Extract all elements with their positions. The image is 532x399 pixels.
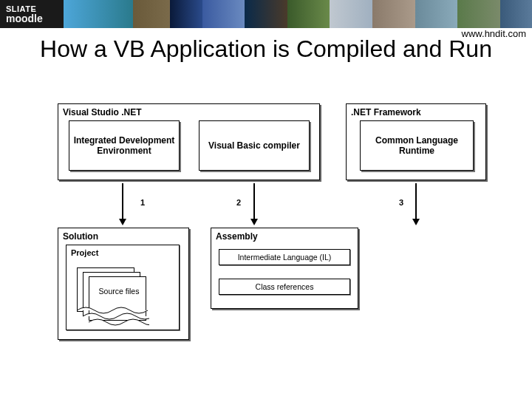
ide-text: Integrated Development Environment bbox=[72, 135, 176, 157]
dotnet-framework-box: .NET Framework Common Language Runtime bbox=[346, 103, 486, 180]
arrow-1-head bbox=[119, 219, 126, 225]
fw-label: .NET Framework bbox=[347, 104, 485, 122]
assembly-il-text: Intermediate Language (IL) bbox=[238, 253, 332, 262]
diagram-stage: Visual Studio .NET Integrated Developmen… bbox=[0, 103, 532, 399]
assembly-label: Assembly bbox=[211, 228, 358, 246]
site-url: www.hndit.com bbox=[462, 28, 526, 39]
solution-box: Solution Project Source files bbox=[58, 228, 189, 340]
compiler-box: Visual Basic compiler bbox=[199, 120, 310, 171]
arrow-3-head bbox=[412, 219, 420, 225]
clr-box: Common Language Runtime bbox=[360, 120, 474, 171]
vs-label: Visual Studio .NET bbox=[58, 104, 319, 122]
project-box: Project Source files bbox=[66, 245, 180, 330]
slide-title: How a VB Application is Compiled and Run bbox=[30, 35, 502, 63]
arrow-2-line bbox=[253, 183, 255, 219]
arrow-1-line bbox=[122, 183, 123, 219]
assembly-refs-text: Class references bbox=[256, 282, 314, 291]
assembly-refs-row: Class references bbox=[219, 279, 350, 295]
step-1-label: 1 bbox=[140, 198, 145, 207]
logo-line2: moodle bbox=[6, 13, 43, 24]
project-label: Project bbox=[66, 245, 179, 262]
header-banner: SLIATE moodle bbox=[0, 0, 532, 28]
visual-studio-box: Visual Studio .NET Integrated Developmen… bbox=[58, 103, 320, 180]
assembly-il-row: Intermediate Language (IL) bbox=[219, 249, 350, 265]
step-3-label: 3 bbox=[399, 198, 403, 207]
solution-label: Solution bbox=[58, 228, 188, 246]
clr-text: Common Language Runtime bbox=[364, 135, 470, 157]
assembly-box: Assembly Intermediate Language (IL) Clas… bbox=[211, 228, 358, 309]
arrow-3-line bbox=[415, 183, 417, 219]
ide-box: Integrated Development Environment bbox=[69, 120, 180, 171]
arrow-2-head bbox=[250, 219, 258, 225]
logo: SLIATE moodle bbox=[6, 5, 43, 24]
compiler-text: Visual Basic compiler bbox=[208, 140, 300, 151]
wavy-icon bbox=[75, 306, 149, 330]
source-files-label: Source files bbox=[95, 287, 143, 296]
step-2-label: 2 bbox=[236, 198, 241, 207]
logo-line1: SLIATE bbox=[6, 5, 43, 13]
